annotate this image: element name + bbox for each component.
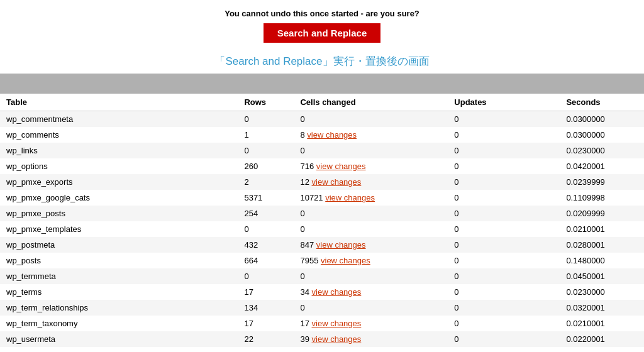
- cell-updates: 0: [448, 237, 560, 253]
- cell-cells-changed: 39 view changes: [294, 331, 448, 347]
- col-header-seconds: Seconds: [560, 94, 644, 111]
- cell-rows: 1: [238, 347, 294, 352]
- view-changes-link[interactable]: view changes: [312, 287, 362, 297]
- table-row: wp_pmxe_posts254000.0209999: [0, 206, 644, 221]
- table-row: wp_posts6647955 view changes00.1480000: [0, 253, 644, 268]
- cell-rows: 432: [238, 237, 294, 253]
- cell-updates: 0: [448, 347, 560, 352]
- cell-seconds: 0.0220001: [560, 331, 644, 347]
- cell-rows: 664: [238, 253, 294, 268]
- cell-table-name: wp_comments: [0, 127, 238, 143]
- table-row: wp_term_taxonomy1717 view changes00.0210…: [0, 316, 644, 331]
- cell-table-name: wp_pmxe_templates: [0, 221, 238, 237]
- cell-updates: 0: [448, 268, 560, 284]
- cell-table-name: wp_options: [0, 158, 238, 174]
- view-changes-link[interactable]: view changes: [316, 240, 366, 250]
- cell-rows: 1: [238, 127, 294, 143]
- cell-table-name: wp_pmxe_google_cats: [0, 190, 238, 206]
- cell-table-name: wp_termmeta: [0, 268, 238, 284]
- table-row: wp_term_relationships134000.0320001: [0, 300, 644, 316]
- view-changes-link[interactable]: view changes: [325, 193, 375, 202]
- cell-rows: 0: [238, 111, 294, 128]
- view-changes-link[interactable]: view changes: [312, 177, 362, 187]
- cell-cells-changed: 17 view changes: [294, 316, 448, 331]
- view-changes-link[interactable]: view changes: [321, 256, 370, 265]
- cell-seconds: 0.0300000: [560, 127, 644, 143]
- table-header-row: Table Rows Cells changed Updates Seconds: [0, 94, 644, 111]
- cell-updates: 0: [448, 331, 560, 347]
- cell-rows: 0: [238, 143, 294, 158]
- search-replace-button[interactable]: Search and Replace: [264, 23, 381, 43]
- cell-updates: 0: [448, 300, 560, 316]
- cell-updates: 0: [448, 206, 560, 221]
- cell-updates: 0: [448, 143, 560, 158]
- cell-cells-changed: 8 view changes: [294, 127, 448, 143]
- cell-seconds: 0.0300000: [560, 111, 644, 128]
- cell-cells-changed: 0: [294, 300, 448, 316]
- cell-rows: 0: [238, 221, 294, 237]
- table-row: wp_pmxe_exports212 view changes00.023999…: [0, 174, 644, 190]
- gray-bar: [0, 74, 644, 94]
- view-changes-link[interactable]: view changes: [307, 130, 357, 140]
- view-changes-link[interactable]: view changes: [316, 162, 366, 171]
- cell-updates: 0: [448, 316, 560, 331]
- cell-seconds: 0.0210001: [560, 221, 644, 237]
- cell-table-name: wp_commentmeta: [0, 111, 238, 128]
- cell-seconds: 0.0209999: [560, 206, 644, 221]
- cell-updates: 0: [448, 158, 560, 174]
- cell-table-name: wp_term_taxonomy: [0, 316, 238, 331]
- top-section: You cannot undo this once started - are …: [0, 0, 644, 48]
- cell-table-name: wp_pmxe_posts: [0, 206, 238, 221]
- cell-rows: 17: [238, 316, 294, 331]
- table-row: wp_termmeta0000.0450001: [0, 268, 644, 284]
- cell-cells-changed: 0: [294, 206, 448, 221]
- cell-cells-changed: 0: [294, 268, 448, 284]
- cell-seconds: 0.0210001: [560, 316, 644, 331]
- cell-table-name: wp_posts: [0, 253, 238, 268]
- cell-table-name: wp_pmxe_exports: [0, 174, 238, 190]
- cell-updates: 0: [448, 111, 560, 128]
- cell-rows: 5371: [238, 190, 294, 206]
- table-row: wp_usermeta2239 view changes00.0220001: [0, 331, 644, 347]
- cell-seconds: 0.0230000: [560, 143, 644, 158]
- cell-cells-changed: 847 view changes: [294, 237, 448, 253]
- cell-updates: 0: [448, 253, 560, 268]
- cell-cells-changed: 10721 view changes: [294, 190, 448, 206]
- cell-cells-changed: 716 view changes: [294, 158, 448, 174]
- col-header-cells: Cells changed: [294, 94, 448, 111]
- cell-seconds: 0.0280001: [560, 237, 644, 253]
- table-row: wp_pmxe_google_cats537110721 view change…: [0, 190, 644, 206]
- cell-cells-changed: 6 view changes: [294, 347, 448, 352]
- cell-rows: 22: [238, 331, 294, 347]
- subtitle: 「Search and Replace」実行・置換後の画面: [0, 48, 644, 74]
- cell-cells-changed: 7955 view changes: [294, 253, 448, 268]
- col-header-table: Table: [0, 94, 238, 111]
- cell-updates: 0: [448, 190, 560, 206]
- view-changes-link[interactable]: view changes: [312, 319, 362, 328]
- cell-seconds: 0.1480000: [560, 253, 644, 268]
- cell-cells-changed: 0: [294, 111, 448, 128]
- cell-seconds: 0.0420001: [560, 158, 644, 174]
- table-row: wp_commentmeta0000.0300000: [0, 111, 644, 128]
- cell-updates: 0: [448, 221, 560, 237]
- cell-cells-changed: 0: [294, 221, 448, 237]
- cell-updates: 0: [448, 127, 560, 143]
- cell-seconds: 0.0230000: [560, 284, 644, 300]
- cell-rows: 2: [238, 174, 294, 190]
- table-row: wp_users16 view changes00.0360000: [0, 347, 644, 352]
- cell-table-name: wp_terms: [0, 284, 238, 300]
- cell-rows: 254: [238, 206, 294, 221]
- table-row: wp_links0000.0230000: [0, 143, 644, 158]
- cell-table-name: wp_term_relationships: [0, 300, 238, 316]
- cell-table-name: wp_postmeta: [0, 237, 238, 253]
- col-header-updates: Updates: [448, 94, 560, 111]
- cell-rows: 134: [238, 300, 294, 316]
- cell-updates: 0: [448, 174, 560, 190]
- cell-rows: 260: [238, 158, 294, 174]
- cell-seconds: 0.0450001: [560, 268, 644, 284]
- view-changes-link[interactable]: view changes: [312, 334, 362, 344]
- table-row: wp_terms1734 view changes00.0230000: [0, 284, 644, 300]
- table-row: wp_options260716 view changes00.0420001: [0, 158, 644, 174]
- cell-seconds: 0.0320001: [560, 300, 644, 316]
- cell-table-name: wp_users: [0, 347, 238, 352]
